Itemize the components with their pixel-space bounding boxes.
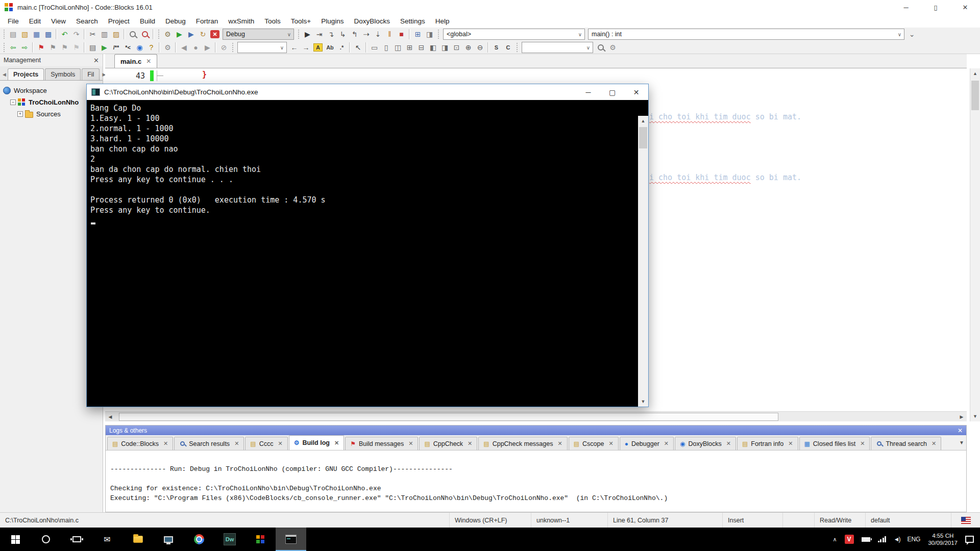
console-output[interactable]: Bang Cap Do1.Easy. 1 - 1002.normal. 1 - … — [87, 100, 648, 407]
logs-tab-cscope[interactable]: ▤Cscope✕ — [569, 437, 619, 450]
close-icon[interactable]: ✕ — [664, 440, 669, 447]
toggle-bookmark-icon[interactable]: ⚑ — [35, 42, 47, 53]
scroll-up-icon[interactable]: ▲ — [970, 68, 980, 79]
editor-hscrollbar[interactable]: ◀ ▶ — [105, 411, 967, 421]
build-target-combo[interactable]: Debug∨ — [223, 29, 294, 40]
redo-icon[interactable]: ↷ — [70, 29, 82, 40]
menu-project[interactable]: Project — [103, 17, 135, 25]
chevron-down-icon[interactable]: ∨ — [576, 32, 584, 37]
hscroll-thumb[interactable] — [119, 413, 778, 421]
new-file-icon[interactable]: ▤ — [7, 29, 19, 40]
scope-combo[interactable]: <global>∨ — [443, 29, 585, 40]
step-out-icon[interactable]: ↰ — [349, 29, 360, 40]
menu-edit[interactable]: Edit — [24, 17, 46, 25]
nav-back-icon[interactable]: ⇦ — [7, 42, 19, 53]
nav-forward-icon[interactable]: ⇨ — [19, 42, 31, 53]
close-icon[interactable]: ✕ — [163, 440, 168, 447]
build-icon[interactable]: ⚙ — [162, 29, 174, 40]
dreamweaver-app[interactable]: Dw — [214, 528, 245, 551]
logs-tab-cccc[interactable]: ▤Cccc✕ — [245, 437, 287, 450]
management-tab-symbols[interactable]: Symbols — [45, 68, 81, 80]
task-view-button[interactable] — [61, 528, 92, 551]
close-icon[interactable]: ✕ — [726, 440, 731, 447]
menu-build[interactable]: Build — [135, 17, 160, 25]
search-prev-icon[interactable]: ← — [288, 42, 300, 53]
console-minimize-button[interactable]: ─ — [576, 84, 600, 100]
regex-icon[interactable]: .* — [336, 42, 348, 53]
unikey-tray-icon[interactable]: V — [845, 535, 854, 544]
thread-search-mag-icon[interactable] — [598, 44, 604, 51]
window-minimize-button[interactable]: ─ — [891, 0, 921, 14]
logs-tab-thread-search[interactable]: Thread search✕ — [871, 437, 941, 450]
next-line-icon[interactable]: ↴ — [325, 29, 337, 40]
console-titlebar[interactable]: C:\TroChoiLonNho\bin\Debug\TroChoiLonNho… — [87, 84, 648, 100]
close-icon[interactable]: ✕ — [334, 440, 339, 446]
debugging-windows-icon[interactable]: ⊞ — [412, 29, 424, 40]
scroll-down-icon[interactable]: ▼ — [970, 411, 980, 421]
various-info-icon[interactable]: ◨ — [424, 29, 435, 40]
console-close-button[interactable]: ✕ — [624, 84, 648, 100]
management-close-icon[interactable]: ✕ — [93, 57, 99, 64]
doxy-block-comment-icon[interactable]: /** — [110, 42, 122, 53]
menu-tools[interactable]: Tools — [259, 17, 286, 25]
toolbar-overflow-icon[interactable]: ⌄ — [906, 29, 918, 40]
browse-clear-icon[interactable]: ⊘ — [218, 42, 230, 53]
thread-search-combo[interactable]: ∨ — [522, 42, 593, 53]
save-all-icon[interactable]: ▩ — [42, 29, 54, 40]
start-button[interactable] — [0, 528, 31, 551]
close-icon[interactable]: ✕ — [557, 440, 562, 447]
close-icon[interactable]: ✕ — [234, 440, 239, 447]
chrome-app[interactable] — [184, 528, 214, 551]
browse-marker-icon[interactable]: ● — [190, 42, 202, 53]
chevron-down-icon[interactable]: ∨ — [895, 32, 904, 37]
break-debugger-icon[interactable]: ‖ — [384, 29, 396, 40]
window-close-button[interactable]: ✕ — [950, 0, 980, 14]
chevron-down-icon[interactable]: ∨ — [285, 32, 293, 37]
highlight-occurrences-icon[interactable]: A — [313, 43, 323, 52]
cut-icon[interactable]: ✂ — [87, 29, 99, 40]
zoom-in-icon[interactable]: ⊕ — [462, 42, 474, 53]
find-icon[interactable] — [130, 31, 136, 37]
logs-header[interactable]: Logs & others ✕ — [106, 425, 966, 435]
editor-tab-close-icon[interactable]: ✕ — [146, 58, 151, 65]
doxy-extract-icon[interactable]: ▤ — [87, 42, 99, 53]
management-tab-projects[interactable]: Projects — [8, 68, 44, 80]
monitor-app[interactable] — [153, 528, 184, 551]
scroll-left-icon[interactable]: ◀ — [105, 412, 115, 421]
menu-help[interactable]: Help — [430, 17, 455, 25]
border-icon[interactable]: ⊡ — [451, 42, 462, 53]
file-explorer-app[interactable] — [122, 528, 153, 551]
menu-fortran[interactable]: Fortran — [191, 17, 224, 25]
run-to-cursor-icon[interactable]: ⇥ — [313, 29, 325, 40]
console-vscrollbar[interactable]: ▲ ▼ — [638, 116, 648, 407]
paste-icon[interactable]: ▨ — [110, 29, 122, 40]
logs-tab-code-blocks[interactable]: ▤Code::Blocks✕ — [107, 437, 173, 450]
menu-settings[interactable]: Settings — [395, 17, 430, 25]
language-indicator[interactable]: ENG — [907, 536, 920, 543]
battery-icon[interactable] — [862, 537, 870, 542]
next-instruction-icon[interactable]: ⇢ — [360, 29, 372, 40]
mail-app[interactable]: ✉ — [92, 528, 122, 551]
logs-tab-overflow-icon[interactable]: ▼ — [959, 440, 964, 445]
logs-tab-debugger[interactable]: ●Debugger✕ — [620, 437, 674, 450]
logs-tab-fortran-info[interactable]: ▤Fortran info✕ — [737, 437, 798, 450]
incremental-search-combo[interactable]: ∨ — [237, 42, 287, 53]
align-right-icon[interactable]: ▯ — [380, 42, 392, 53]
step-into-icon[interactable]: ↳ — [337, 29, 349, 40]
build-and-run-icon[interactable]: ▶ — [185, 29, 197, 40]
search-next-icon[interactable]: → — [300, 42, 312, 53]
close-icon[interactable]: ✕ — [788, 440, 793, 447]
menu-doxyblocks[interactable]: DoxyBlocks — [349, 17, 395, 25]
search-button[interactable] — [31, 528, 61, 551]
function-combo[interactable]: main() : int∨ — [588, 29, 904, 40]
scroll-right-icon[interactable]: ▶ — [957, 412, 967, 421]
doxy-line-comment-icon[interactable]: *< — [122, 42, 134, 53]
open-file-icon[interactable]: ▧ — [19, 29, 31, 40]
copy-icon[interactable]: ▥ — [99, 29, 110, 40]
close-icon[interactable]: ✕ — [608, 440, 613, 447]
pointer-tool-icon[interactable]: ↖ — [352, 42, 364, 53]
chevron-down-icon[interactable]: ∨ — [278, 45, 286, 51]
window-maximize-button[interactable]: ▯ — [921, 0, 950, 14]
logs-tab-search-results[interactable]: Search results✕ — [174, 437, 244, 450]
settings-wrench-icon[interactable]: ⚙ — [162, 42, 174, 53]
